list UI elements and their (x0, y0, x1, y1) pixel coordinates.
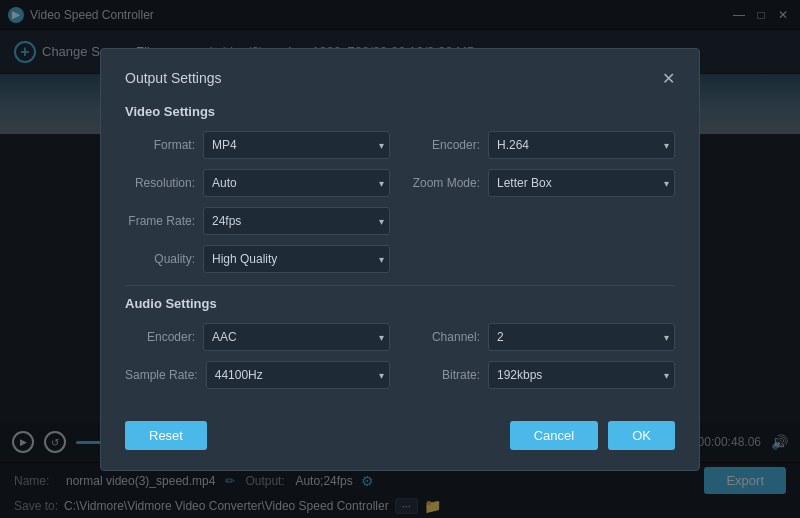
frame-rate-row: Frame Rate: 24fps (125, 207, 390, 235)
channel-row: Channel: 2 (410, 323, 675, 351)
reset-button[interactable]: Reset (125, 421, 207, 450)
audio-encoder-select-wrapper: AAC (203, 323, 390, 351)
divider (125, 285, 675, 286)
sample-rate-select[interactable]: 44100Hz (206, 361, 390, 389)
audio-settings-grid: Encoder: AAC Channel: 2 (125, 323, 675, 389)
resolution-select-wrapper: Auto (203, 169, 390, 197)
sample-rate-row: Sample Rate: 44100Hz (125, 361, 390, 389)
channel-label: Channel: (410, 330, 480, 344)
frame-rate-select-wrapper: 24fps (203, 207, 390, 235)
format-select-wrapper: MP4 (203, 131, 390, 159)
encoder-select-wrapper: H.264 (488, 131, 675, 159)
modal-header: Output Settings ✕ (125, 69, 675, 88)
output-settings-modal: Output Settings ✕ Video Settings Format:… (100, 48, 700, 471)
format-row: Format: MP4 (125, 131, 390, 159)
bitrate-label: Bitrate: (410, 368, 480, 382)
resolution-row: Resolution: Auto (125, 169, 390, 197)
resolution-label: Resolution: (125, 176, 195, 190)
frame-rate-row-spacer (410, 207, 675, 235)
modal-close-button[interactable]: ✕ (662, 69, 675, 88)
encoder-row: Encoder: H.264 (410, 131, 675, 159)
video-section-title: Video Settings (125, 104, 675, 119)
modal-action-buttons: Cancel OK (510, 421, 675, 450)
channel-select[interactable]: 2 (488, 323, 675, 351)
frame-rate-label: Frame Rate: (125, 214, 195, 228)
bitrate-select[interactable]: 192kbps (488, 361, 675, 389)
resolution-select[interactable]: Auto (203, 169, 390, 197)
audio-encoder-row: Encoder: AAC (125, 323, 390, 351)
zoom-mode-select[interactable]: Letter Box (488, 169, 675, 197)
zoom-mode-label: Zoom Mode: (410, 176, 480, 190)
encoder-select[interactable]: H.264 (488, 131, 675, 159)
audio-encoder-select[interactable]: AAC (203, 323, 390, 351)
audio-settings-section: Audio Settings Encoder: AAC Channel: (125, 296, 675, 389)
bitrate-row: Bitrate: 192kbps (410, 361, 675, 389)
format-select[interactable]: MP4 (203, 131, 390, 159)
channel-select-wrapper: 2 (488, 323, 675, 351)
zoom-mode-row: Zoom Mode: Letter Box (410, 169, 675, 197)
audio-section-title: Audio Settings (125, 296, 675, 311)
modal-overlay: Output Settings ✕ Video Settings Format:… (0, 0, 800, 518)
sample-rate-label: Sample Rate: (125, 368, 198, 382)
quality-select[interactable]: High Quality (203, 245, 390, 273)
quality-select-wrapper: High Quality (203, 245, 390, 273)
frame-rate-select[interactable]: 24fps (203, 207, 390, 235)
video-settings-grid: Format: MP4 Encoder: H.264 Resolution: (125, 131, 675, 273)
modal-footer: Reset Cancel OK (125, 405, 675, 450)
ok-button[interactable]: OK (608, 421, 675, 450)
cancel-button[interactable]: Cancel (510, 421, 598, 450)
bitrate-select-wrapper: 192kbps (488, 361, 675, 389)
zoom-mode-select-wrapper: Letter Box (488, 169, 675, 197)
quality-row: Quality: High Quality (125, 245, 390, 273)
audio-encoder-label: Encoder: (125, 330, 195, 344)
quality-label: Quality: (125, 252, 195, 266)
sample-rate-select-wrapper: 44100Hz (206, 361, 390, 389)
format-label: Format: (125, 138, 195, 152)
modal-title: Output Settings (125, 70, 222, 86)
encoder-label: Encoder: (410, 138, 480, 152)
